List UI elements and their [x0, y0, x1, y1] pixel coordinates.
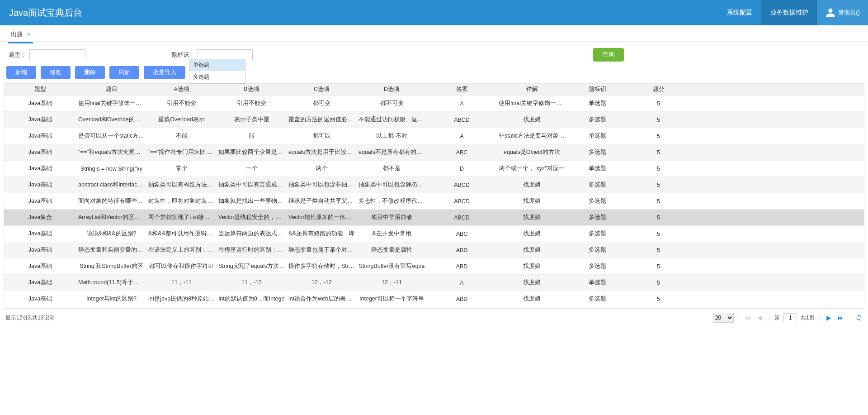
topnav-user[interactable]: 管理员() — [817, 0, 868, 25]
table-cell: 不能 — [146, 132, 217, 140]
column-header[interactable]: 题型 — [4, 86, 76, 93]
table-cell: ABD — [427, 296, 497, 302]
table-cell: Java基础 — [4, 295, 76, 303]
table-row[interactable]: Java基础静态变量和实例变量的区别在语法定义上的区别：静态在程序运行时的区别：… — [4, 242, 864, 258]
column-header[interactable]: 答案 — [427, 86, 497, 93]
column-header[interactable]: 题标识 — [567, 86, 628, 93]
table-cell: 5 — [628, 263, 689, 270]
table-cell: 当运算符两边的表达式的结 — [217, 230, 287, 238]
filter-tag-label: 题标识： — [171, 51, 195, 59]
column-header[interactable]: 详解 — [497, 86, 567, 93]
delete-button[interactable]: 删除 — [75, 66, 105, 79]
table-cell: 找度娘 — [497, 230, 567, 238]
tabs-bar: 出题 × — [0, 25, 868, 42]
footer-summary: 显示1到13,共13记录 — [5, 314, 55, 322]
table-row[interactable]: Java基础abstract class和interface的抽象类可以有构造方… — [4, 177, 864, 193]
table-cell: 抽象类中可以包含静态方法 — [357, 181, 427, 189]
suggest-dropdown: 单选题 多选题 — [189, 59, 245, 84]
table-footer: 显示1到13,共13记录 20 | ⏮ ◀ | 第 共1页 | ▶ ⏭ | — [0, 309, 868, 326]
table-header: 题型题目A选项B选项C选项D选项答案详解题标识题分 — [4, 84, 864, 95]
table-cell: 找度娘 — [497, 197, 567, 205]
separator: | — [737, 315, 741, 321]
table-row[interactable]: Java基础Overload和Override的区别重载Overload表示表示… — [4, 112, 864, 128]
table-cell: int适合作为web层的表单数 — [287, 295, 357, 303]
import-button[interactable]: 批量导入 — [144, 66, 185, 79]
column-header[interactable]: C选项 — [287, 86, 357, 93]
user-name: 管理员() — [838, 9, 860, 17]
table-cell: 5 — [628, 280, 689, 286]
column-header[interactable]: 题目 — [76, 86, 146, 93]
pagination: 20 | ⏮ ◀ | 第 共1页 | ▶ ⏭ | — [713, 313, 863, 323]
table-cell: ABCD — [427, 182, 497, 188]
table-cell: 多选题 — [567, 262, 628, 270]
close-icon[interactable]: × — [27, 31, 30, 38]
table-cell: 都可以 — [287, 132, 357, 140]
reload-icon[interactable] — [855, 314, 863, 321]
next-page-icon[interactable]: ▶ — [825, 314, 833, 321]
table-row[interactable]: Java基础String 和StringBuffer的区都可以储存和操作字符串S… — [4, 258, 864, 275]
table-row[interactable]: Java基础面向对象的特征有哪些方面封装性，即将对象封装成一抽象就是找出一些事物… — [4, 193, 864, 210]
prev-page-icon[interactable]: ◀ — [756, 314, 764, 321]
page-size-select[interactable]: 20 — [713, 313, 734, 323]
topnav-business-data[interactable]: 业务数据维护 — [761, 0, 817, 25]
table-row[interactable]: Java基础String s = new String("xy零个一个两个都不是… — [4, 161, 864, 177]
table-cell: Java基础 — [4, 181, 76, 189]
table-cell: 使用final关键字修饰一个变 — [497, 100, 567, 107]
table-cell: Java基础 — [4, 279, 76, 286]
edit-button[interactable]: 修改 — [41, 66, 71, 79]
separator: | — [768, 315, 771, 321]
table-cell: 多选题 — [567, 295, 628, 303]
table-cell: Math.round(11.5)等于多少 — [76, 279, 146, 286]
table-row[interactable]: Java基础说说&和&&的区别?&和&&都可以用作逻辑与的当运算符两边的表达式的… — [4, 226, 864, 242]
column-header[interactable]: 题分 — [628, 86, 689, 93]
table-cell: 多态性，不修改程序代码就 — [357, 197, 427, 205]
tab-label: 出题 — [11, 30, 23, 38]
table-cell: 引用不能变 — [146, 100, 217, 107]
table-row[interactable]: Java基础使用final关键字修饰一个变引用不能变引用不能变都可变都不可变A使… — [4, 95, 864, 112]
table-row[interactable]: Java集合ArrayList和Vector的区别？两个类都实现了List接口，… — [4, 210, 864, 226]
table-cell: 单选题 — [567, 100, 628, 107]
table-cell: 面向对象的特征有哪些方面 — [76, 197, 146, 205]
table-cell: "=="和equals方法究竟有什 — [76, 148, 146, 156]
table-cell: 非static方法是要与对象关联 — [497, 132, 567, 140]
first-page-icon[interactable]: ⏮ — [744, 314, 752, 321]
table-cell: 5 — [628, 117, 689, 123]
table-cell: &&还具有短路的功能，即 — [287, 230, 357, 238]
page-input[interactable] — [783, 313, 797, 322]
table-row[interactable]: Java基础Integer与int的区别?int是java提供的8种原始数据in… — [4, 291, 864, 307]
query-button[interactable]: 查询 — [593, 48, 624, 62]
table-cell: 在程序运行时的区别：实例 — [217, 246, 287, 254]
add-button[interactable]: 新增 — [6, 66, 36, 79]
column-header[interactable]: A选项 — [146, 86, 217, 93]
column-header[interactable]: D选项 — [357, 86, 427, 93]
separator: | — [849, 315, 852, 321]
table-cell: &和&&都可以用作逻辑与的 — [146, 230, 217, 238]
page-label-suffix: 共1页 — [801, 314, 815, 322]
topnav-system-config[interactable]: 系统配置 — [718, 0, 761, 25]
filter-type-input[interactable] — [29, 49, 85, 60]
table-row[interactable]: Java基础是否可以从一个static方法内不能能都可以以上都 不对A非stat… — [4, 128, 864, 144]
table-row[interactable]: Java基础Math.round(11.5)等于多少11，-1111，-1212… — [4, 275, 864, 291]
table-cell: 封装性，即将对象封装成一 — [146, 197, 217, 205]
table-cell: Integer与int的区别? — [76, 295, 146, 303]
table-cell: ABCD — [427, 198, 497, 205]
refresh-button[interactable]: 刷新 — [109, 66, 139, 79]
table-cell: 找度娘 — [497, 214, 567, 221]
table-cell: ABCD — [427, 215, 497, 221]
separator: | — [818, 315, 821, 321]
table-row[interactable]: Java基础"=="和equals方法究竟有什"=="操作符专门用来比较两如果要… — [4, 144, 864, 161]
user-icon — [826, 8, 835, 18]
suggest-item-single[interactable]: 单选题 — [189, 59, 245, 71]
table-cell: 静态变量也属于某个对象的 — [287, 246, 357, 254]
table-cell: 项目中常用前者 — [357, 214, 427, 221]
table-cell: 找度娘 — [497, 279, 567, 286]
suggest-item-multi[interactable]: 多选题 — [189, 71, 245, 83]
column-header[interactable]: B选项 — [217, 86, 287, 93]
table-cell: 找度娘 — [497, 246, 567, 254]
table-cell: 5 — [628, 198, 689, 205]
table-cell: 12，-12 — [287, 279, 357, 286]
last-page-icon[interactable]: ⏭ — [837, 314, 845, 321]
table-cell: 覆盖的方法的返回值必须和 — [287, 116, 357, 124]
table-cell: 表示子类中覆 — [217, 116, 287, 124]
tab-active[interactable]: 出题 × — [8, 28, 33, 43]
